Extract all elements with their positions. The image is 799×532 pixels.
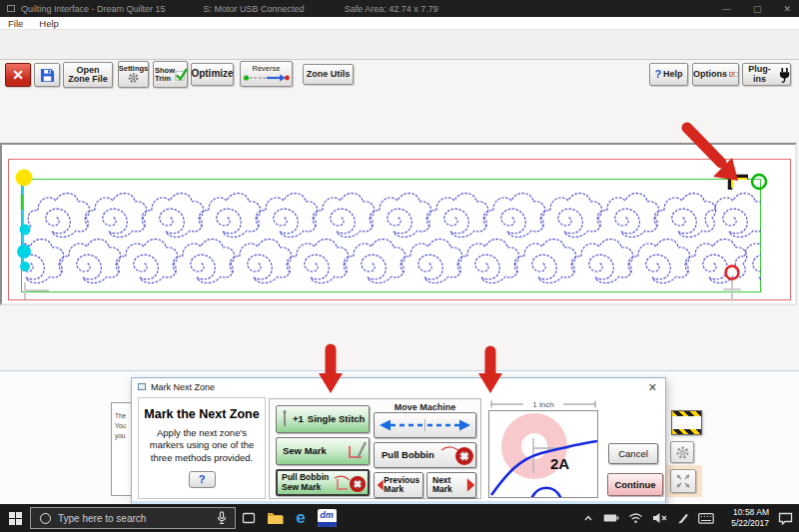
next-mark-button[interactable]: Next Mark <box>426 472 476 498</box>
window-title: Quilting Interface - Dream Quilter 15 <box>21 4 166 14</box>
task-view-icon <box>241 511 257 525</box>
close-app-button[interactable]: ✕ <box>5 63 31 87</box>
volume-muted-icon[interactable] <box>652 512 668 524</box>
zone-preview: 2A <box>488 410 598 498</box>
windows-logo-icon <box>9 512 22 525</box>
move-machine-label: Move Machine <box>374 402 476 412</box>
touch-keyboard-icon[interactable] <box>698 513 714 524</box>
maximize-button[interactable]: ▢ <box>753 4 762 14</box>
dialog-description: Apply the next zone's markers using one … <box>139 427 265 464</box>
sew-mark-icon <box>347 440 369 462</box>
zone-utils-button[interactable]: Zone Utils <box>303 64 354 85</box>
start-button[interactable] <box>0 504 30 532</box>
menu-file[interactable]: File <box>0 18 31 29</box>
sew-mark-button[interactable]: Sew Mark <box>276 437 370 465</box>
cancel-button[interactable]: Cancel <box>608 443 658 464</box>
reverse-direction-icon <box>243 73 290 83</box>
wifi-icon[interactable] <box>628 512 643 524</box>
expand-zone-button[interactable] <box>670 469 696 493</box>
search-box[interactable]: Type here to search <box>30 507 236 529</box>
windows-taskbar: Type here to search e dm <box>0 504 799 532</box>
mark-next-zone-dialog: Mark Next Zone ✕ Mark the Next Zone Appl… <box>131 377 666 504</box>
task-view-button[interactable] <box>236 504 262 532</box>
move-arrows-icon <box>377 417 473 433</box>
bobbin-icon <box>439 444 475 466</box>
show-trim-button[interactable]: Show Trim <box>153 61 188 88</box>
dialog-heading: Mark the Next Zone <box>139 407 265 421</box>
open-zone-file-button[interactable]: Open Zone File <box>63 62 113 88</box>
title-bar: Quilting Interface - Dream Quilter 15 S:… <box>0 0 799 17</box>
zone-label: 2A <box>550 455 569 472</box>
menu-bar: File Help <box>0 17 799 30</box>
pen-icon[interactable] <box>677 512 689 524</box>
scale-ruler: 1 inch <box>483 399 603 409</box>
gear-flower-icon <box>675 445 690 460</box>
bobbin-icon <box>334 473 368 493</box>
tray-chevron-icon[interactable] <box>582 513 594 523</box>
file-explorer-button[interactable] <box>262 504 288 532</box>
dream-quilter-icon: dm <box>318 509 337 527</box>
save-button[interactable] <box>34 63 60 87</box>
edge-icon: e <box>296 508 305 528</box>
tray-date: 5/22/2017 <box>723 518 769 529</box>
marking-methods-group: +1 Single Stitch Sew Mark Pull Bobbin Se… <box>269 398 481 499</box>
expand-arrows-icon <box>675 473 691 489</box>
dialog-close-button[interactable]: ✕ <box>648 381 657 394</box>
hazard-zone-button[interactable] <box>671 410 702 435</box>
single-stitch-button[interactable]: +1 Single Stitch <box>276 405 370 433</box>
application-window: Quilting Interface - Dream Quilter 15 S:… <box>0 0 799 532</box>
continue-button[interactable]: Continue <box>607 473 663 496</box>
system-tray: 10:58 AM 5/22/2017 <box>582 507 799 528</box>
checkbox-icons <box>729 69 738 80</box>
clock[interactable]: 10:58 AM 5/22/2017 <box>723 507 769 528</box>
svg-text:1 inch: 1 inch <box>532 400 553 409</box>
floppy-disk-icon <box>40 68 55 83</box>
question-mark-icon: ? <box>654 69 661 81</box>
edge-browser-button[interactable]: e <box>288 504 314 532</box>
move-machine-button[interactable] <box>374 412 476 438</box>
dialog-help-button[interactable]: ? <box>189 471 216 488</box>
zone-boundary <box>21 179 761 292</box>
help-button[interactable]: ? Help <box>649 63 688 86</box>
dialog-title: Mark Next Zone <box>151 382 215 392</box>
dialog-icon <box>138 383 146 390</box>
folder-icon <box>267 511 284 525</box>
menu-help[interactable]: Help <box>31 18 67 29</box>
settings-button[interactable]: Settings <box>118 61 149 88</box>
needle-icon <box>281 409 289 429</box>
cortana-icon <box>40 513 51 524</box>
action-center-icon[interactable] <box>778 512 793 525</box>
minimize-button[interactable]: — <box>722 4 731 14</box>
options-button[interactable]: Options <box>692 63 739 86</box>
microphone-icon[interactable] <box>217 511 227 525</box>
preview-pattern-arc <box>531 488 561 498</box>
dialog-info-panel: Mark the Next Zone Apply the next zone's… <box>138 397 266 499</box>
close-window-button[interactable]: ✕ <box>783 4 791 14</box>
app-icon <box>7 5 15 12</box>
pull-bobbin-sew-mark-button[interactable]: Pull Bobbin Sew Mark <box>276 469 370 496</box>
toolbar: ✕ Open Zone File Settings Show Trim <box>0 30 799 60</box>
safe-area-status: Safe Area: 42.74 x 7.79 <box>345 4 438 14</box>
previous-arrow-icon <box>377 476 384 494</box>
optimize-button[interactable]: Optimize <box>191 63 234 86</box>
pattern-tool-button[interactable] <box>670 441 694 463</box>
reverse-button[interactable]: Reverse <box>240 61 293 87</box>
tray-time: 10:58 AM <box>723 507 769 518</box>
battery-icon[interactable] <box>603 513 619 523</box>
dialog-title-bar[interactable]: Mark Next Zone ✕ <box>132 378 665 395</box>
quilting-app-button[interactable]: dm <box>314 504 340 532</box>
pull-bobbin-button[interactable]: Pull Bobbin <box>374 442 476 468</box>
motor-status: S: Motor USB Connected <box>204 4 305 14</box>
search-placeholder: Type here to search <box>58 513 146 524</box>
previous-mark-button[interactable]: Previous Mark <box>374 472 423 498</box>
gear-icon <box>127 72 140 84</box>
checkmark-icon <box>175 68 188 81</box>
plugins-button[interactable]: Plug-ins <box>742 63 791 86</box>
next-arrow-icon <box>466 476 475 494</box>
plug-icon <box>779 67 790 83</box>
